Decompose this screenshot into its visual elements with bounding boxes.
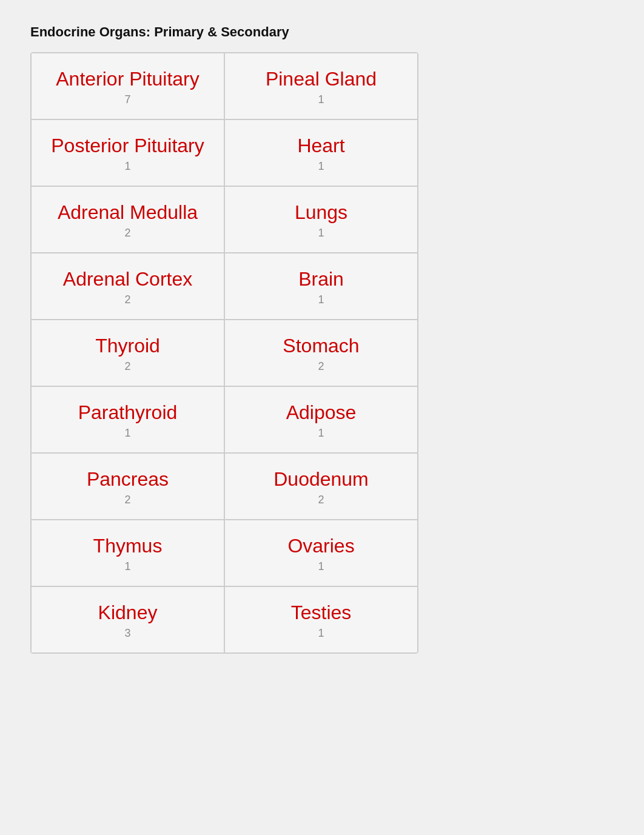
organ-name: Brain [298,269,344,290]
organ-name: Stomach [283,335,359,357]
organ-count: 1 [318,427,324,440]
organ-count: 2 [124,360,130,373]
organ-name: Pancreas [87,469,169,490]
organ-name: Parathyroid [78,402,178,423]
organ-count: 2 [124,494,130,506]
organ-count: 2 [124,293,130,306]
organ-name: Adipose [286,402,357,423]
organ-name: Ovaries [287,535,354,557]
organ-cell[interactable]: Adrenal Medulla2 [31,186,224,253]
organ-cell[interactable]: Duodenum2 [224,453,418,520]
organ-name: Adrenal Medulla [58,202,198,223]
organ-cell[interactable]: Brain1 [224,253,418,320]
organ-cell[interactable]: Adipose1 [224,386,418,453]
organ-cell[interactable]: Parathyroid1 [31,386,224,453]
organ-cell[interactable]: Anterior Pituitary7 [31,53,224,119]
organ-count: 2 [318,494,324,506]
organ-cell[interactable]: Thymus1 [31,520,224,586]
page-title: Endocrine Organs: Primary & Secondary [30,24,614,40]
organ-count: 1 [124,160,130,173]
organ-count: 2 [124,227,130,240]
organ-count: 1 [318,293,324,306]
organ-name: Thymus [93,535,163,557]
organ-name: Heart [297,135,344,156]
organ-count: 1 [318,227,324,240]
organ-name: Duodenum [273,469,369,490]
organs-grid: Anterior Pituitary7Pineal Gland1Posterio… [30,52,418,654]
organ-count: 1 [318,93,324,106]
organ-cell[interactable]: Pancreas2 [31,453,224,520]
organ-name: Adrenal Cortex [63,269,192,290]
organ-count: 1 [124,427,130,440]
organ-count: 2 [318,360,324,373]
organ-cell[interactable]: Posterior Pituitary1 [31,119,224,186]
organ-cell[interactable]: Heart1 [224,119,418,186]
organ-name: Anterior Pituitary [56,69,200,90]
organ-name: Pineal Gland [266,69,377,90]
organ-cell[interactable]: Testies1 [224,586,418,653]
organ-cell[interactable]: Thyroid2 [31,320,224,386]
organ-count: 1 [318,627,324,640]
organ-name: Kidney [98,602,158,623]
organ-count: 1 [318,160,324,173]
organ-count: 1 [318,560,324,573]
organ-count: 1 [124,560,130,573]
organ-cell[interactable]: Pineal Gland1 [224,53,418,119]
organ-cell[interactable]: Ovaries1 [224,520,418,586]
organ-count: 3 [124,627,130,640]
organ-cell[interactable]: Adrenal Cortex2 [31,253,224,320]
organ-name: Posterior Pituitary [51,135,204,156]
organ-cell[interactable]: Lungs1 [224,186,418,253]
organ-cell[interactable]: Stomach2 [224,320,418,386]
organ-count: 7 [124,93,130,106]
organ-cell[interactable]: Kidney3 [31,586,224,653]
organ-name: Lungs [295,202,347,223]
organ-name: Thyroid [95,335,160,357]
organ-name: Testies [291,602,352,623]
